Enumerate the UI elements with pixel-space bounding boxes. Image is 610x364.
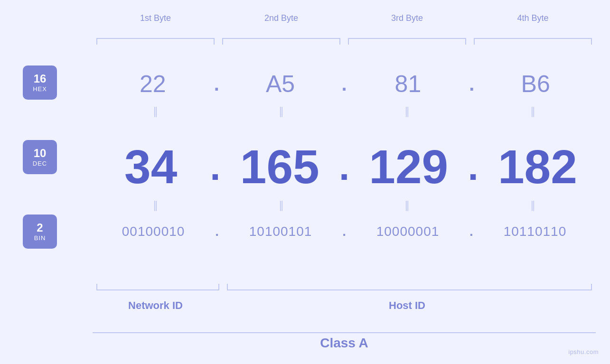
hex-val-3: 81 (348, 70, 469, 98)
bracket-top (93, 38, 596, 45)
bracket-top-4 (474, 38, 592, 45)
network-id-label: Network ID (93, 299, 218, 312)
hex-val-1: 22 (93, 70, 213, 98)
badge-dec: 10 DEC (23, 140, 57, 174)
dot-dec-1: . (210, 148, 220, 186)
dec-val-3: 129 (350, 140, 467, 194)
eq-2-2: ∥ (218, 199, 344, 212)
eq-2-3: ∥ (344, 199, 470, 212)
host-id-label: Host ID (218, 299, 596, 312)
eq-2-1: ∥ (93, 199, 218, 212)
dot-dec-2: . (339, 148, 349, 186)
badge-hex-num: 16 (34, 73, 47, 85)
dec-val-2: 165 (222, 140, 338, 194)
badge-dec-num: 10 (34, 147, 47, 159)
bin-val-2: 10100101 (220, 224, 341, 239)
bin-row: 00100010 . 10100101 . 10000001 . 1011011… (93, 224, 596, 239)
hex-val-2: A5 (220, 70, 341, 98)
dot-hex-1: . (214, 75, 219, 93)
header-4th: 4th Byte (470, 13, 596, 28)
bracket-host (227, 284, 592, 290)
byte-headers: 1st Byte 2nd Byte 3rd Byte 4th Byte (93, 13, 596, 28)
eq-1-4: ∥ (470, 105, 596, 118)
equals-row-2: ∥ ∥ ∥ ∥ (93, 199, 596, 212)
header-3rd: 3rd Byte (344, 13, 470, 28)
bracket-top-2 (222, 38, 340, 45)
bracket-bottom (93, 284, 596, 290)
main-container: ipshu.com 16 HEX 10 DEC 2 BIN 1st Byte 2… (0, 0, 610, 364)
badge-bin-label: BIN (34, 234, 46, 242)
badge-hex: 16 HEX (23, 65, 57, 100)
bracket-net (96, 284, 219, 290)
dot-bin-3: . (469, 225, 473, 238)
hex-val-4: B6 (475, 70, 596, 98)
bin-val-4: 10110110 (474, 224, 596, 239)
dot-dec-3: . (468, 148, 478, 186)
badge-bin-num: 2 (37, 222, 43, 234)
bin-val-1: 00100010 (93, 224, 214, 239)
bracket-top-1 (96, 38, 215, 45)
dot-hex-2: . (341, 75, 347, 93)
dec-row: 34 . 165 . 129 . 182 (93, 140, 596, 194)
header-2nd: 2nd Byte (218, 13, 344, 28)
class-line (93, 332, 596, 333)
id-labels: Network ID Host ID (93, 299, 596, 312)
dec-val-4: 182 (479, 140, 596, 194)
eq-1-1: ∥ (93, 105, 218, 118)
bin-val-3: 10000001 (347, 224, 469, 239)
hex-row: 22 . A5 . 81 . B6 (93, 70, 596, 98)
eq-1-3: ∥ (344, 105, 470, 118)
equals-row-1: ∥ ∥ ∥ ∥ (93, 105, 596, 118)
class-label: Class A (93, 336, 596, 351)
dot-bin-1: . (215, 225, 219, 238)
eq-1-2: ∥ (218, 105, 344, 118)
badge-hex-label: HEX (33, 85, 47, 93)
dot-bin-2: . (342, 225, 346, 238)
bracket-top-3 (348, 38, 466, 45)
dot-hex-3: . (469, 75, 474, 93)
badge-dec-label: DEC (33, 160, 47, 167)
dec-val-1: 34 (93, 140, 209, 194)
eq-2-4: ∥ (470, 199, 596, 212)
header-1st: 1st Byte (93, 13, 218, 28)
badge-bin: 2 BIN (23, 215, 57, 249)
